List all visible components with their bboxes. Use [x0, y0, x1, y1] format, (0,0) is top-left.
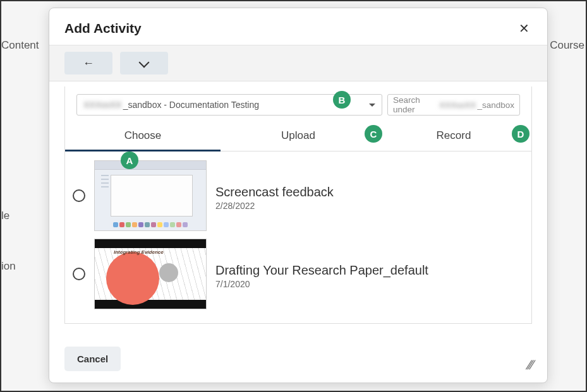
media-date: 2/28/2022 — [215, 201, 524, 211]
tab-upload[interactable]: Upload — [221, 122, 376, 151]
search-input[interactable]: Search under XXXxxXX _sandbox — [387, 94, 520, 116]
media-date: 7/1/2020 — [215, 279, 524, 289]
tab-choose[interactable]: Choose — [65, 122, 221, 151]
selector-row: XXXxxXX _sandbox - Documentation Testing… — [65, 86, 531, 122]
chevron-down-icon — [140, 59, 148, 68]
radio-select[interactable] — [73, 189, 85, 202]
picker-panel: XXXxxXX _sandbox - Documentation Testing… — [64, 86, 532, 324]
masked-search: XXXxxXX — [439, 100, 476, 110]
modal-content: XXXxxXX _sandbox - Documentation Testing… — [49, 81, 547, 336]
media-meta: Drafting Your Research Paper_default 7/1… — [215, 259, 524, 289]
radio-select[interactable] — [73, 268, 85, 280]
cancel-button[interactable]: Cancel — [64, 347, 121, 371]
back-button[interactable] — [64, 52, 112, 74]
background-nav-course: Course — [550, 39, 584, 52]
media-title: Screencast feedback — [215, 185, 524, 199]
caret-down-icon — [369, 104, 375, 107]
close-button[interactable]: ✕ — [516, 20, 532, 37]
background-text-le: le — [1, 210, 9, 222]
search-prefix: Search under — [393, 95, 439, 114]
tab-record[interactable]: Record — [376, 122, 531, 151]
media-list: Screencast feedback 2/28/2022 Integratin… — [65, 151, 531, 323]
thumb-label: Integrating Evidence — [114, 249, 164, 255]
annotation-badge-a: A — [121, 151, 138, 169]
search-suffix: _sandbox — [477, 100, 514, 110]
dropdown-label: _sandbox - Documentation Testing — [123, 100, 259, 110]
thumbnail-screencast[interactable] — [94, 160, 207, 231]
background-nav-content: Content — [1, 39, 39, 52]
list-item: Screencast feedback 2/28/2022 — [71, 157, 525, 235]
modal-toolbar — [49, 45, 547, 81]
annotation-badge-d: D — [512, 125, 530, 143]
arrow-left-icon — [83, 57, 94, 70]
background-text-ion: ion — [1, 260, 16, 273]
resize-handle[interactable]: /// — [526, 359, 533, 371]
tab-bar: Choose Upload Record — [65, 122, 531, 151]
annotation-badge-c: C — [365, 125, 382, 143]
thumbnail-evidence[interactable]: Integrating Evidence — [94, 239, 207, 309]
expand-button[interactable] — [120, 52, 168, 74]
modal-title: Add Activity — [64, 21, 142, 36]
annotation-badge-b: B — [333, 91, 351, 109]
modal-footer: Cancel /// — [49, 336, 547, 383]
media-meta: Screencast feedback 2/28/2022 — [215, 181, 524, 211]
media-title: Drafting Your Research Paper_default — [215, 263, 524, 278]
masked-prefix: XXXxxXX — [83, 100, 122, 110]
modal-header: Add Activity ✕ — [49, 8, 547, 45]
add-activity-modal: Add Activity ✕ XXXxxXX _sandbox - Docume… — [49, 8, 548, 383]
list-item: Integrating Evidence Drafting Your Resea… — [71, 235, 525, 313]
close-icon: ✕ — [519, 21, 530, 35]
